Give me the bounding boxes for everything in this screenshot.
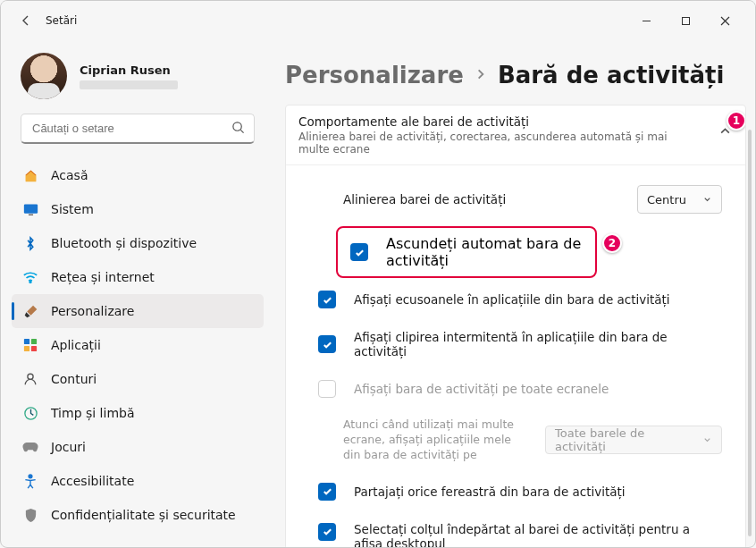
nav-personalization[interactable]: Personalizare xyxy=(12,294,264,328)
avatar xyxy=(21,53,67,99)
callout-badge-2: 2 xyxy=(602,233,622,253)
alignment-label: Alinierea barei de activități xyxy=(343,192,506,207)
share-window-label: Partajați orice fereastră din bara de ac… xyxy=(354,485,626,499)
nav-bluetooth[interactable]: Bluetooth și dispozitive xyxy=(12,226,264,260)
svg-point-1 xyxy=(233,122,241,130)
checkbox-all-displays xyxy=(318,380,336,398)
dropdown-value: Toate barele de activități xyxy=(555,426,686,453)
user-card[interactable]: Ciprian Rusen xyxy=(6,46,269,114)
accessibility-icon xyxy=(22,473,38,489)
sidebar: Ciprian Rusen Acasă Sistem Bluetooth și … xyxy=(1,40,269,547)
nav-label: Conturi xyxy=(51,372,97,386)
far-corner-label: Selectați colțul îndepărtat al barei de … xyxy=(354,522,692,547)
svg-rect-7 xyxy=(24,346,29,351)
nav-label: Personalizare xyxy=(51,304,134,318)
search-icon xyxy=(231,121,245,137)
nav-label: Accesibilitate xyxy=(51,474,134,488)
nav-time-language[interactable]: Timp și limbă xyxy=(12,396,264,430)
all-displays-label: Afișați bara de activități pe toate ecra… xyxy=(354,382,609,396)
svg-rect-8 xyxy=(31,346,37,351)
nav-accessibility[interactable]: Accesibilitate xyxy=(12,464,264,498)
section-panel: 1 Comportamente ale barei de activități … xyxy=(285,105,746,547)
back-button[interactable] xyxy=(17,12,35,30)
nav-label: Jocuri xyxy=(51,440,86,454)
row-autohide-highlight: Ascundeți automat bara de activități xyxy=(336,226,597,278)
nav-accounts[interactable]: Conturi xyxy=(12,362,264,396)
svg-rect-5 xyxy=(24,339,29,344)
nav-label: Rețea și internet xyxy=(51,270,155,284)
wifi-icon xyxy=(22,269,38,285)
nav-system[interactable]: Sistem xyxy=(12,192,264,226)
svg-point-11 xyxy=(29,474,32,477)
user-name: Ciprian Rusen xyxy=(80,63,178,77)
row-share-window: Partajați orice fereastră din bara de ac… xyxy=(300,472,731,511)
flashing-label: Afișați clipirea intermitentă în aplicaț… xyxy=(354,330,692,358)
nav-network[interactable]: Rețea și internet xyxy=(12,260,264,294)
titlebar: Setări xyxy=(1,1,755,40)
nav-list: Acasă Sistem Bluetooth și dispozitive Re… xyxy=(6,158,269,532)
row-far-corner: Selectați colțul îndepărtat al barei de … xyxy=(300,511,731,547)
shield-icon xyxy=(22,507,38,523)
checkbox-flashing[interactable] xyxy=(318,335,336,353)
home-icon xyxy=(22,167,38,183)
caption-controls xyxy=(626,6,744,35)
svg-rect-3 xyxy=(28,214,32,215)
system-icon xyxy=(22,201,38,217)
svg-rect-0 xyxy=(682,17,689,24)
nav-label: Aplicații xyxy=(51,338,101,352)
breadcrumb-current: Bară de activități xyxy=(498,62,725,89)
breadcrumb-parent[interactable]: Personalizare xyxy=(285,62,464,89)
chevron-down-icon xyxy=(702,193,712,207)
multi-monitor-label: Atunci când utilizați mai multe ecrane, … xyxy=(343,417,531,463)
alignment-dropdown[interactable]: Centru xyxy=(637,185,722,214)
apps-icon xyxy=(22,337,38,353)
checkbox-autohide[interactable] xyxy=(350,243,368,261)
section-body: Alinierea barei de activități Centru Asc… xyxy=(286,165,745,547)
scrollbar-vertical[interactable] xyxy=(748,130,752,536)
svg-point-4 xyxy=(29,282,31,283)
row-multi-monitor: Atunci când utilizați mai multe ecrane, … xyxy=(300,409,731,472)
row-alignment: Alinierea barei de activități Centru xyxy=(300,174,731,224)
multi-monitor-dropdown: Toate barele de activități xyxy=(545,426,722,454)
chevron-down-icon xyxy=(702,434,712,447)
checkbox-share-window[interactable] xyxy=(318,483,336,501)
minimize-button[interactable] xyxy=(626,6,666,35)
nav-label: Bluetooth și dispozitive xyxy=(51,236,197,250)
brush-icon xyxy=(22,303,38,319)
nav-label: Timp și limbă xyxy=(51,406,135,420)
nav-home[interactable]: Acasă xyxy=(12,158,264,192)
search-box[interactable] xyxy=(21,114,255,144)
dropdown-value: Centru xyxy=(647,193,686,207)
chevron-right-icon xyxy=(475,67,487,84)
row-all-displays: Afișați bara de activități pe toate ecra… xyxy=(300,369,731,409)
bluetooth-icon xyxy=(22,235,38,251)
checkbox-far-corner[interactable] xyxy=(318,523,336,541)
badges-label: Afișați ecusoanele în aplicațiile din ba… xyxy=(354,292,670,307)
row-flashing: Afișați clipirea intermitentă în aplicaț… xyxy=(300,319,731,369)
section-title: Comportamente ale barei de activități xyxy=(298,114,697,129)
search-input[interactable] xyxy=(30,121,231,136)
nav-privacy[interactable]: Confidențialitate și securitate xyxy=(12,498,264,532)
row-badges: Afișați ecusoanele în aplicațiile din ba… xyxy=(300,280,731,319)
svg-rect-2 xyxy=(23,204,37,213)
callout-badge-1: 1 xyxy=(727,111,746,131)
section-subtitle: Alinierea barei de activități, corectare… xyxy=(298,131,697,156)
gamepad-icon xyxy=(22,439,38,455)
user-email-redacted xyxy=(80,80,178,89)
main: Personalizare Bară de activități 1 Compo… xyxy=(269,40,755,547)
checkbox-badges[interactable] xyxy=(318,291,336,308)
section-header[interactable]: Comportamente ale barei de activități Al… xyxy=(286,105,745,165)
svg-point-9 xyxy=(28,374,33,379)
clock-globe-icon xyxy=(22,405,38,421)
nav-label: Sistem xyxy=(51,202,94,216)
nav-apps[interactable]: Aplicații xyxy=(12,328,264,362)
nav-label: Confidențialitate și securitate xyxy=(51,508,236,522)
maximize-button[interactable] xyxy=(666,6,705,35)
window-title: Setări xyxy=(46,14,626,27)
nav-label: Acasă xyxy=(51,168,88,182)
autohide-label: Ascundeți automat bara de activități xyxy=(386,235,583,269)
breadcrumb: Personalizare Bară de activități xyxy=(285,51,746,105)
nav-gaming[interactable]: Jocuri xyxy=(12,430,264,464)
close-button[interactable] xyxy=(705,6,744,35)
svg-rect-6 xyxy=(31,339,37,344)
